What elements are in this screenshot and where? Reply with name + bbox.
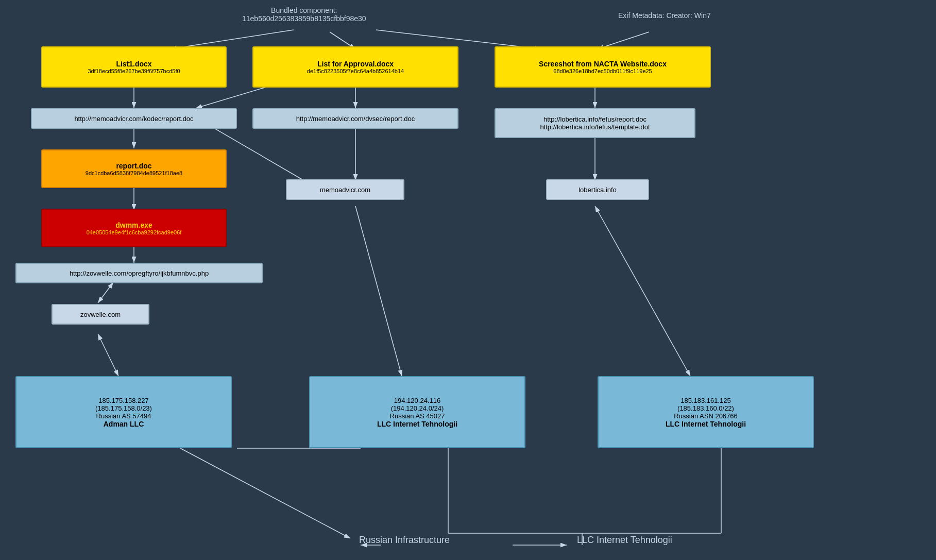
memoadvicr-node: memoadvicr.com: [286, 179, 404, 200]
svg-line-18: [595, 206, 690, 376]
report-doc-node: report.doc 9dc1cdba6d5838f7984de89521f18…: [41, 149, 227, 188]
zovwelle-url-node: http://zovwelle.com/opregftyro/ijkbfumnb…: [15, 263, 263, 283]
ip2-node: 194.120.24.116 (194.120.24.0/24) Russian…: [309, 376, 525, 448]
url2-node: http://memoadvicr.com/dvsec/report.doc: [252, 108, 458, 129]
svg-line-17: [355, 206, 402, 376]
url1-node: http://memoadvicr.com/kodec/report.doc: [31, 108, 237, 129]
list-approval-node: List for Approval.docx de1f5c8223505f7e8…: [252, 46, 458, 88]
bundled-label: Bundled component: 11eb560d256383859b813…: [242, 6, 366, 23]
dwmm-node: dwmm.exe 04e05054e9e4f1c6cba9292fcad9e06…: [41, 209, 227, 247]
ip3-node: 185.183.161.125 (185.183.160.0/22) Russi…: [598, 376, 814, 448]
zovwelle-node: zovwelle.com: [52, 304, 149, 325]
svg-line-19: [180, 448, 350, 538]
screenshot-node: Screeshot from NACTA Website.docx 68d0e3…: [495, 46, 711, 88]
list1-node: List1.docx 3df18ecd55f8e267be39f6f757bcd…: [41, 46, 227, 88]
russian-infra-label: Russian Infrastructure: [359, 535, 450, 546]
exif-label: Exif Metadata: Creator: Win7: [618, 11, 711, 20]
ip1-node: 185.175.158.227 (185.175.158.0/23) Russi…: [15, 376, 232, 448]
diagram: Bundled component: 11eb560d256383859b813…: [0, 0, 936, 560]
svg-line-16: [98, 334, 118, 376]
url3-node: http://lobertica.info/fefus/report.doc h…: [495, 108, 695, 138]
llc-internet-label: LLC Internet Tehnologii: [577, 535, 672, 546]
svg-line-15: [98, 282, 113, 303]
lobertica-node: lobertica.info: [546, 179, 649, 200]
